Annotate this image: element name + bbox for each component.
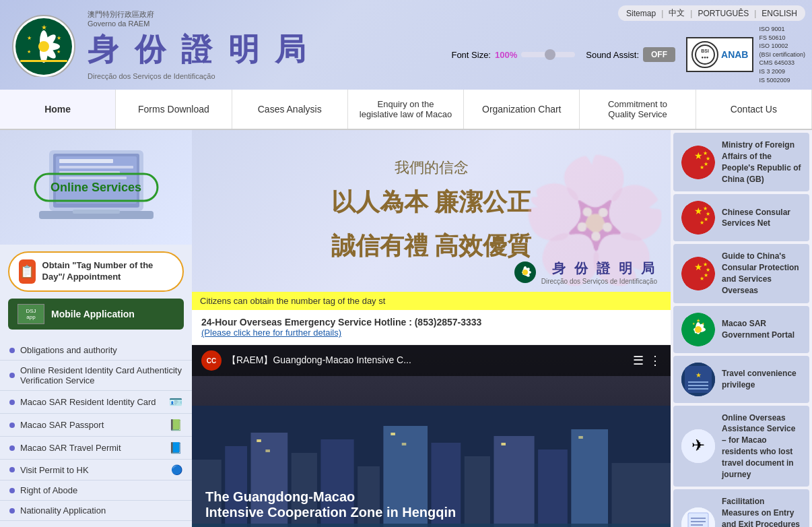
svg-text:★: ★ bbox=[57, 49, 61, 54]
passport-icon: 📗 bbox=[169, 418, 182, 431]
left-sidebar: Online Services 📋 Obtain "Tag Number of … bbox=[0, 130, 192, 527]
appointment-icon: 📋 bbox=[19, 259, 36, 284]
bsi-icon: BSI●●● bbox=[691, 41, 718, 68]
nav-org[interactable]: Organization Chart bbox=[464, 90, 580, 129]
right-card-icon-macao: ★ ★ ★ bbox=[681, 313, 715, 346]
svg-rect-42 bbox=[465, 456, 490, 527]
sidebar-item-id-card[interactable]: Macao SAR Resident Identity Card 🪪 bbox=[0, 391, 192, 414]
menu-dot-icon bbox=[9, 445, 15, 451]
svg-rect-22 bbox=[59, 166, 133, 168]
menu-dot-icon bbox=[9, 400, 15, 405]
svg-rect-46 bbox=[611, 463, 671, 527]
sidebar-item-visit-permit[interactable]: Visit Permit to HK 🔵 bbox=[0, 460, 192, 480]
sidebar-menu: Obligations and authority Online Residen… bbox=[0, 334, 192, 527]
main-area: Online Services 📋 Obtain "Tag Number of … bbox=[0, 130, 812, 527]
online-services-button[interactable]: Online Services bbox=[34, 173, 158, 202]
svg-rect-44 bbox=[538, 450, 568, 527]
sidebar-item-verification[interactable]: Online Resident Identity Card Authentici… bbox=[0, 361, 192, 391]
en-link[interactable]: ENGLISH bbox=[762, 9, 797, 18]
svg-text:BSI: BSI bbox=[701, 49, 709, 53]
zh-link[interactable]: 中文 bbox=[669, 7, 685, 19]
svg-rect-84 bbox=[688, 385, 708, 386]
right-card-label-consular: Chinese Consular Services Net bbox=[722, 207, 801, 230]
nav-forms[interactable]: Forms Download bbox=[116, 90, 232, 129]
cert-logos-area: BSI●●● ANAB ISO 9001 FS 50610 ISO 10002 … bbox=[686, 25, 805, 84]
banner-line2: 以人為本 廉潔公正 bbox=[331, 181, 531, 224]
right-card-label-facilitation: Facilitation Measures on Entry and Exit … bbox=[722, 496, 801, 527]
right-card-mfa[interactable]: ★ ★ ★ ★ ★ Ministry of Foreign Affairs of… bbox=[673, 133, 809, 191]
right-card-macao-gov[interactable]: ★ ★ ★ Macao SAR Government Portal bbox=[673, 306, 809, 353]
menu-dot-icon bbox=[9, 467, 15, 472]
mobile-app-label: Mobile Application bbox=[51, 309, 135, 319]
video-title-text: 【RAEM】Guangdong-Macao Intensive C... bbox=[227, 354, 411, 367]
svg-text:★: ★ bbox=[700, 276, 704, 282]
appointment-button[interactable]: 📋 Obtain "Tag Number of the Day"/ Appoin… bbox=[8, 251, 184, 292]
video-thumbnail: CC 【RAEM】Guangdong-Macao Intensive C... … bbox=[192, 345, 671, 527]
right-card-icon-consular: ★ ★ ★ ★ ★ bbox=[681, 201, 715, 235]
pt-link[interactable]: PORTUGUÊS bbox=[698, 9, 749, 18]
banner-logo-sub: Direcção dos Serviços de Identificação bbox=[541, 278, 657, 285]
right-card-label-travel: Travel convenience privilege bbox=[722, 368, 801, 391]
svg-rect-50 bbox=[391, 433, 395, 435]
sidebar-item-obligations[interactable]: Obligations and authority bbox=[0, 340, 192, 361]
banner-logo: 身 份 證 明 局 Direcção dos Serviços de Ident… bbox=[513, 259, 657, 285]
sidebar-item-certificate[interactable]: Certificate bbox=[0, 521, 192, 527]
sidebar-item-passport[interactable]: Macao SAR Passport 📗 bbox=[0, 414, 192, 437]
sidebar-item-travel-permit[interactable]: Macao SAR Travel Permit 📘 bbox=[0, 437, 192, 460]
sitemap-link[interactable]: Sitemap bbox=[626, 9, 656, 18]
svg-text:★: ★ bbox=[704, 216, 708, 222]
banner-line3: 誠信有禮 高效優質 bbox=[331, 224, 531, 268]
header-title-area: 澳門特別行政區政府 Governo da RAEM 身 份 證 明 局 Dire… bbox=[88, 9, 310, 80]
svg-text:MACAU: MACAU bbox=[36, 62, 51, 66]
video-controls[interactable]: ☰ ⋮ bbox=[633, 353, 661, 368]
mobile-app-button[interactable]: DSJapp Mobile Application bbox=[8, 299, 184, 330]
sidebar-item-label: Macao SAR Travel Permit bbox=[20, 443, 121, 453]
nav-enquiry[interactable]: Enquiry on thelegislative law of Macao bbox=[348, 90, 464, 129]
id-card-icon: 🪪 bbox=[169, 396, 182, 408]
banner-logo-icon bbox=[513, 260, 537, 284]
svg-text:★: ★ bbox=[57, 35, 61, 41]
right-card-icon-travel: ★ bbox=[681, 363, 715, 396]
slider-thumb[interactable] bbox=[545, 49, 555, 60]
video-channel-icon: CC bbox=[201, 350, 222, 371]
svg-rect-85 bbox=[688, 388, 708, 390]
nav-contact[interactable]: Contact Us bbox=[696, 90, 812, 129]
svg-rect-91 bbox=[691, 521, 706, 522]
right-card-label-overseas: Online Overseas Assistance Service – for… bbox=[722, 412, 801, 480]
video-area: CC 【RAEM】Guangdong-Macao Intensive C... … bbox=[192, 345, 671, 527]
svg-rect-48 bbox=[257, 439, 261, 442]
nav-home[interactable]: Home bbox=[0, 90, 116, 129]
right-card-label-mfa: Ministry of Foreign Affairs of the Peopl… bbox=[722, 140, 801, 185]
nav-cases[interactable]: Cases Analysis bbox=[232, 90, 348, 129]
right-card-travel[interactable]: ★ Travel convenience privilege bbox=[673, 356, 809, 403]
sidebar-item-label: Right of Abode bbox=[20, 485, 77, 495]
video-title-bar: CC 【RAEM】Guangdong-Macao Intensive C... … bbox=[192, 345, 671, 376]
svg-text:★: ★ bbox=[700, 164, 704, 170]
svg-rect-49 bbox=[265, 450, 270, 452]
sound-toggle-button[interactable]: OFF bbox=[643, 47, 675, 62]
right-card-consular[interactable]: ★ ★ ★ ★ ★ Chinese Consular Services Net bbox=[673, 194, 809, 241]
right-card-facilitation[interactable]: 🚗 Facilitation Measures on Entry and Exi… bbox=[673, 489, 809, 527]
right-sidebar: ★ ★ ★ ★ ★ Ministry of Foreign Affairs of… bbox=[671, 130, 812, 527]
font-size-slider[interactable] bbox=[521, 52, 575, 57]
ticker-text: Citizens can obtain the number tag of th… bbox=[200, 296, 385, 306]
nav-commitment[interactable]: Commitment toQuality Service bbox=[580, 90, 696, 129]
anab-box: BSI●●● ANAB bbox=[686, 37, 753, 72]
right-card-overseas[interactable]: ✈ Online Overseas Assistance Service – f… bbox=[673, 406, 809, 487]
sidebar-item-right-of-abode[interactable]: Right of Abode bbox=[0, 480, 192, 501]
right-card-guide[interactable]: ★ ★ ★ ★ ★ Guide to China's Consular Prot… bbox=[673, 244, 809, 303]
china-flag-icon: ★ ★ ★ ★ ★ bbox=[681, 146, 715, 179]
video-list-icon[interactable]: ☰ bbox=[633, 353, 644, 368]
document-icon: 🚗 bbox=[681, 507, 715, 527]
video-more-icon[interactable]: ⋮ bbox=[649, 353, 661, 368]
sidebar-item-label: Obligations and authority bbox=[20, 345, 117, 355]
right-card-icon-mfa: ★ ★ ★ ★ ★ bbox=[681, 146, 715, 179]
font-size-value: 100% bbox=[495, 50, 517, 60]
sidebar-item-nationality[interactable]: Nationality Application bbox=[0, 501, 192, 521]
sidebar-item-label: Online Resident Identity Card Authentici… bbox=[20, 365, 182, 385]
svg-rect-26 bbox=[73, 210, 120, 214]
gov-line2: Governo da RAEM bbox=[88, 20, 310, 28]
mobile-app-icon: DSJapp bbox=[18, 304, 44, 324]
svg-rect-43 bbox=[494, 436, 534, 527]
emergency-link[interactable]: (Please click here for further details) bbox=[201, 328, 341, 338]
